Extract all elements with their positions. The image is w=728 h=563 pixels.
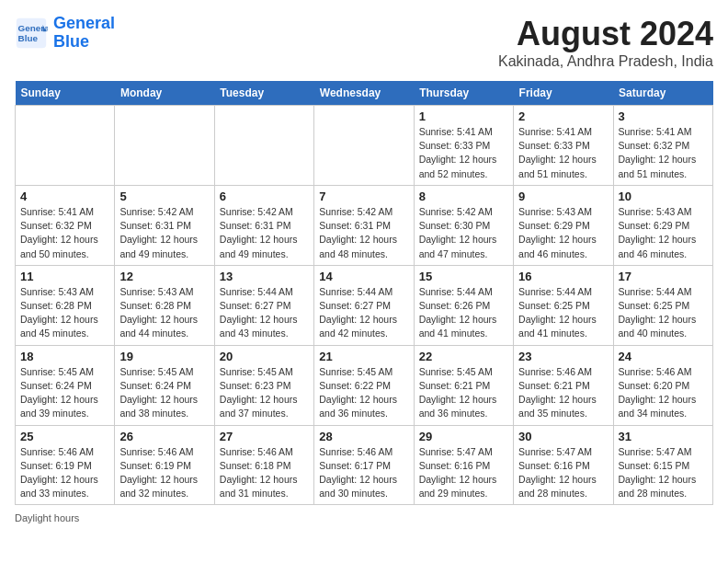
date-number: 2 bbox=[518, 109, 608, 123]
svg-text:Blue: Blue bbox=[18, 33, 39, 43]
cell-info: Sunrise: 5:42 AMSunset: 6:31 PMDaylight:… bbox=[119, 205, 209, 261]
cell-info: Sunrise: 5:45 AMSunset: 6:23 PMDaylight:… bbox=[220, 365, 309, 421]
date-number: 8 bbox=[419, 190, 508, 203]
logo-line1: General bbox=[53, 14, 115, 32]
calendar-cell: 30Sunrise: 5:47 AMSunset: 6:16 PMDayligh… bbox=[514, 425, 613, 505]
cell-info: Sunrise: 5:45 AMSunset: 6:21 PMDaylight:… bbox=[419, 365, 508, 421]
date-number: 7 bbox=[319, 190, 408, 203]
date-number: 21 bbox=[319, 350, 408, 363]
calendar-table: SundayMondayTuesdayWednesdayThursdayFrid… bbox=[15, 81, 713, 505]
calendar-cell: 25Sunrise: 5:46 AMSunset: 6:19 PMDayligh… bbox=[16, 425, 115, 505]
calendar-cell: 7Sunrise: 5:42 AMSunset: 6:31 PMDaylight… bbox=[314, 185, 414, 265]
calendar-cell: 23Sunrise: 5:46 AMSunset: 6:21 PMDayligh… bbox=[514, 345, 613, 425]
date-number: 9 bbox=[518, 190, 608, 203]
calendar-cell: 12Sunrise: 5:43 AMSunset: 6:28 PMDayligh… bbox=[115, 265, 214, 345]
day-header-row: SundayMondayTuesdayWednesdayThursdayFrid… bbox=[16, 81, 713, 106]
cell-info: Sunrise: 5:43 AMSunset: 6:29 PMDaylight:… bbox=[619, 205, 708, 261]
calendar-cell: 27Sunrise: 5:46 AMSunset: 6:18 PMDayligh… bbox=[214, 425, 313, 505]
logo-text: General Blue bbox=[53, 15, 115, 52]
date-number: 29 bbox=[419, 430, 508, 443]
calendar-cell: 29Sunrise: 5:47 AMSunset: 6:16 PMDayligh… bbox=[414, 425, 513, 505]
title-area: August 2024 Kakinada, Andhra Pradesh, In… bbox=[498, 15, 713, 70]
calendar-cell: 26Sunrise: 5:46 AMSunset: 6:19 PMDayligh… bbox=[115, 425, 214, 505]
day-header-tuesday: Tuesday bbox=[214, 81, 313, 106]
date-number: 19 bbox=[119, 350, 209, 363]
day-header-friday: Friday bbox=[514, 81, 613, 106]
cell-info: Sunrise: 5:46 AMSunset: 6:19 PMDaylight:… bbox=[119, 445, 209, 501]
day-header-wednesday: Wednesday bbox=[314, 81, 414, 106]
date-number: 26 bbox=[119, 430, 209, 443]
cell-info: Sunrise: 5:46 AMSunset: 6:21 PMDaylight:… bbox=[518, 365, 608, 421]
date-number: 23 bbox=[518, 350, 608, 363]
cell-info: Sunrise: 5:43 AMSunset: 6:28 PMDaylight:… bbox=[20, 285, 109, 341]
date-number: 11 bbox=[20, 270, 109, 283]
calendar-cell: 11Sunrise: 5:43 AMSunset: 6:28 PMDayligh… bbox=[16, 265, 115, 345]
cell-info: Sunrise: 5:41 AMSunset: 6:32 PMDaylight:… bbox=[619, 125, 708, 181]
cell-info: Sunrise: 5:45 AMSunset: 6:24 PMDaylight:… bbox=[20, 365, 109, 421]
calendar-cell: 9Sunrise: 5:43 AMSunset: 6:29 PMDaylight… bbox=[514, 185, 613, 265]
calendar-cell: 3Sunrise: 5:41 AMSunset: 6:32 PMDaylight… bbox=[613, 106, 712, 186]
date-number: 15 bbox=[419, 270, 508, 283]
date-number: 4 bbox=[20, 190, 109, 203]
date-number: 22 bbox=[419, 350, 508, 363]
week-row-2: 4Sunrise: 5:41 AMSunset: 6:32 PMDaylight… bbox=[16, 185, 713, 265]
date-number: 10 bbox=[619, 190, 708, 203]
cell-info: Sunrise: 5:41 AMSunset: 6:33 PMDaylight:… bbox=[419, 125, 508, 181]
week-row-1: 1Sunrise: 5:41 AMSunset: 6:33 PMDaylight… bbox=[16, 106, 713, 186]
calendar-cell: 22Sunrise: 5:45 AMSunset: 6:21 PMDayligh… bbox=[414, 345, 513, 425]
calendar-cell bbox=[16, 106, 115, 186]
date-number: 24 bbox=[619, 350, 708, 363]
calendar-cell: 1Sunrise: 5:41 AMSunset: 6:33 PMDaylight… bbox=[414, 106, 513, 186]
cell-info: Sunrise: 5:44 AMSunset: 6:27 PMDaylight:… bbox=[319, 285, 408, 341]
page-subtitle: Kakinada, Andhra Pradesh, India bbox=[498, 53, 713, 70]
week-row-4: 18Sunrise: 5:45 AMSunset: 6:24 PMDayligh… bbox=[16, 345, 713, 425]
footer: Daylight hours bbox=[15, 512, 713, 523]
calendar-cell: 4Sunrise: 5:41 AMSunset: 6:32 PMDaylight… bbox=[16, 185, 115, 265]
cell-info: Sunrise: 5:47 AMSunset: 6:15 PMDaylight:… bbox=[619, 445, 708, 501]
day-header-saturday: Saturday bbox=[613, 81, 712, 106]
cell-info: Sunrise: 5:46 AMSunset: 6:19 PMDaylight:… bbox=[20, 445, 109, 501]
date-number: 18 bbox=[20, 350, 109, 363]
date-number: 5 bbox=[119, 190, 209, 203]
cell-info: Sunrise: 5:44 AMSunset: 6:26 PMDaylight:… bbox=[419, 285, 508, 341]
calendar-cell: 16Sunrise: 5:44 AMSunset: 6:25 PMDayligh… bbox=[514, 265, 613, 345]
day-header-sunday: Sunday bbox=[16, 81, 115, 106]
calendar-cell bbox=[314, 106, 414, 186]
date-number: 25 bbox=[20, 430, 109, 443]
cell-info: Sunrise: 5:46 AMSunset: 6:20 PMDaylight:… bbox=[619, 365, 708, 421]
cell-info: Sunrise: 5:46 AMSunset: 6:17 PMDaylight:… bbox=[319, 445, 408, 501]
date-number: 3 bbox=[619, 109, 708, 123]
cell-info: Sunrise: 5:42 AMSunset: 6:31 PMDaylight:… bbox=[319, 205, 408, 261]
calendar-cell: 15Sunrise: 5:44 AMSunset: 6:26 PMDayligh… bbox=[414, 265, 513, 345]
cell-info: Sunrise: 5:45 AMSunset: 6:24 PMDaylight:… bbox=[119, 365, 209, 421]
date-number: 30 bbox=[518, 430, 608, 443]
date-number: 27 bbox=[220, 430, 309, 443]
calendar-cell: 18Sunrise: 5:45 AMSunset: 6:24 PMDayligh… bbox=[16, 345, 115, 425]
date-number: 13 bbox=[220, 270, 309, 283]
calendar-cell: 24Sunrise: 5:46 AMSunset: 6:20 PMDayligh… bbox=[613, 345, 712, 425]
calendar-cell: 2Sunrise: 5:41 AMSunset: 6:33 PMDaylight… bbox=[514, 106, 613, 186]
calendar-cell: 5Sunrise: 5:42 AMSunset: 6:31 PMDaylight… bbox=[115, 185, 214, 265]
date-number: 31 bbox=[619, 430, 708, 443]
logo-line2: Blue bbox=[53, 32, 89, 51]
logo: General Blue General Blue bbox=[15, 15, 115, 52]
cell-info: Sunrise: 5:43 AMSunset: 6:29 PMDaylight:… bbox=[518, 205, 608, 261]
page-title: August 2024 bbox=[498, 15, 713, 53]
calendar-cell: 13Sunrise: 5:44 AMSunset: 6:27 PMDayligh… bbox=[214, 265, 313, 345]
cell-info: Sunrise: 5:41 AMSunset: 6:32 PMDaylight:… bbox=[20, 205, 109, 261]
date-number: 28 bbox=[319, 430, 408, 443]
calendar-cell: 17Sunrise: 5:44 AMSunset: 6:25 PMDayligh… bbox=[613, 265, 712, 345]
cell-info: Sunrise: 5:47 AMSunset: 6:16 PMDaylight:… bbox=[518, 445, 608, 501]
cell-info: Sunrise: 5:41 AMSunset: 6:33 PMDaylight:… bbox=[518, 125, 608, 181]
date-number: 17 bbox=[619, 270, 708, 283]
date-number: 1 bbox=[419, 109, 508, 123]
logo-icon: General Blue bbox=[15, 17, 48, 50]
calendar-cell bbox=[214, 106, 313, 186]
calendar-cell: 31Sunrise: 5:47 AMSunset: 6:15 PMDayligh… bbox=[613, 425, 712, 505]
cell-info: Sunrise: 5:45 AMSunset: 6:22 PMDaylight:… bbox=[319, 365, 408, 421]
date-number: 6 bbox=[220, 190, 309, 203]
cell-info: Sunrise: 5:44 AMSunset: 6:25 PMDaylight:… bbox=[619, 285, 708, 341]
day-header-monday: Monday bbox=[115, 81, 214, 106]
cell-info: Sunrise: 5:47 AMSunset: 6:16 PMDaylight:… bbox=[419, 445, 508, 501]
calendar-cell bbox=[115, 106, 214, 186]
